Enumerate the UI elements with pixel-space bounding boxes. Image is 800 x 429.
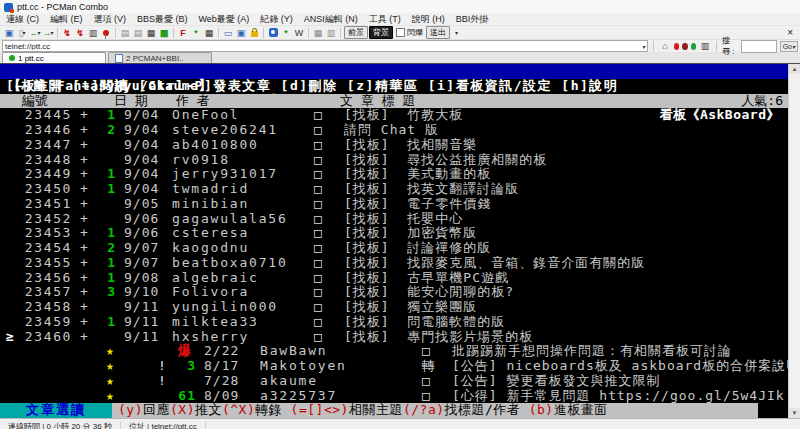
vertical-scrollbar[interactable]: ▲ ▼ — [788, 64, 800, 418]
article-checkbox[interactable]: □ — [314, 167, 322, 182]
table-icon[interactable]: ▦ — [203, 27, 215, 39]
article-checkbox[interactable]: □ — [314, 271, 322, 286]
article-checkbox[interactable]: □ — [314, 108, 322, 123]
globe-icon[interactable] — [691, 43, 696, 50]
article-checkbox[interactable]: □ — [314, 226, 322, 241]
forward-flag[interactable]: 轉 — [422, 359, 435, 374]
close-icon[interactable]: × — [783, 27, 797, 38]
menu-help[interactable]: 說明 (H) — [412, 13, 445, 26]
table-row[interactable]: 23449+19/04jerry931017□[找板] 美式動畫的板 — [0, 167, 788, 182]
table-row-cursor[interactable]: ≥23460+9/11hxsherry□[找板] 專門找影片場景的板 — [0, 330, 788, 345]
menu-connect[interactable]: 連線 (C) — [6, 13, 39, 26]
table-row[interactable]: 23447+9/04ab4010800□[找板] 找相關音樂 — [0, 138, 788, 153]
grid1-icon[interactable]: ▦ — [312, 27, 324, 39]
article-checkbox[interactable]: □ — [314, 138, 322, 153]
menu-bbi-plugin[interactable]: BBI外掛 — [456, 13, 489, 26]
monitor-icon[interactable]: ▥ — [699, 40, 711, 52]
copy-ansi-icon[interactable]: ▤ — [132, 27, 144, 39]
reconnect-icon[interactable]: ↯ — [74, 27, 86, 39]
send-button[interactable]: 送出 — [426, 26, 450, 39]
paste-icon[interactable]: ▦ — [145, 27, 157, 39]
scroll-down-icon[interactable]: ▼ — [789, 408, 800, 418]
table-row[interactable]: 23457+39/10Folivora□[找板] 能安心閒聊的板? — [0, 285, 788, 300]
home-icon[interactable]: ⌂ — [659, 40, 671, 52]
table-row[interactable]: 23445+19/04OneFool□[找板] 竹教大板 — [0, 108, 788, 123]
asterisk-glyph: * — [284, 28, 288, 38]
article-checkbox[interactable]: □ — [314, 212, 322, 227]
article-checkbox[interactable]: □ — [314, 241, 322, 256]
copy-icon[interactable]: ▤ — [119, 27, 131, 39]
combo-arrow-icon[interactable]: ▾ — [642, 43, 647, 50]
back-icon[interactable]: ←▾ — [29, 27, 41, 39]
table-row[interactable]: 23451+9/05minibian□[找板] 電子零件價錢 — [0, 197, 788, 212]
scroll-up-icon[interactable]: ▲ — [789, 64, 800, 74]
menu-web-favorites[interactable]: Web最愛 (A) — [199, 13, 250, 26]
table-row[interactable]: 23453+19/06csteresa□[找板] 加密貨幣版 — [0, 226, 788, 241]
paste-image-icon[interactable]: ▩ — [158, 27, 170, 39]
screen-icon[interactable]: ▥ — [87, 27, 99, 39]
bbs-terminal[interactable]: 【板主:FantasyRyu/akaume】 【問與板有關的問題，非ask板】 … — [0, 64, 788, 418]
menu-options[interactable]: 選項 (V) — [94, 13, 127, 26]
grid2-icon[interactable]: ▥ — [325, 27, 337, 39]
web-icon[interactable]: W — [293, 27, 305, 39]
article-checkbox[interactable]: □ — [314, 330, 322, 345]
table-row[interactable]: 23446+29/04steve206241□請問 Chat 版 — [0, 123, 788, 138]
blink-checkbox[interactable] — [396, 28, 405, 37]
pinned-row[interactable]: ★!38/17Makotoyen轉[公告] niceboards板及 askbo… — [0, 359, 788, 374]
command-hint-line: [←]離開 [→]閱讀 [Ctrl-P]發表文章 [d]刪除 [z]精華區 [i… — [0, 79, 788, 94]
tab-pcman-bbi[interactable]: 2 PCMAN+BBI.. — [108, 52, 212, 63]
foreground-button[interactable]: 前景 — [344, 26, 368, 39]
page-icon — [115, 54, 123, 63]
screen-glyph: ▥ — [89, 28, 98, 38]
pinned-row[interactable]: ★618/09a3225737□[心得] 新手常見問題 https://goo.… — [0, 389, 788, 404]
new-connection-icon[interactable]: ▯▾ — [16, 27, 28, 39]
article-checkbox[interactable]: □ — [314, 197, 322, 212]
menu-edit[interactable]: 編輯 (E) — [50, 13, 83, 26]
table-row[interactable]: 23459+19/11milktea33□[找板] 問電腦軟體的版 — [0, 315, 788, 330]
menu-ansi-edit[interactable]: ANSI編輯 (N) — [304, 13, 358, 26]
pinned-row[interactable]: ★!7/28akaume□[公告] 變更看板發文與推文限制 — [0, 374, 788, 389]
go-button[interactable]: Go▾ — [780, 41, 798, 52]
article-checkbox[interactable]: □ — [314, 123, 322, 138]
forward-icon[interactable]: →▾ — [42, 27, 54, 39]
table-row[interactable]: 23456+19/08algebraic□[找板] 古早單機PC遊戲 — [0, 271, 788, 286]
pcman-icon[interactable] — [267, 27, 279, 39]
pin-icon[interactable] — [100, 27, 112, 39]
article-checkbox[interactable]: □ — [314, 315, 322, 330]
table-row[interactable]: 23448+9/04rv0918□[找板] 尋找公益推廣相關的板 — [0, 153, 788, 168]
article-checkbox[interactable]: □ — [314, 285, 322, 300]
address-input[interactable] — [3, 42, 607, 50]
article-checkbox[interactable]: □ — [314, 182, 322, 197]
article-checkbox[interactable]: □ — [422, 389, 430, 404]
article-checkbox[interactable]: □ — [422, 344, 430, 359]
background-button[interactable]: 背景 — [369, 26, 393, 39]
menu-history[interactable]: 紀錄 (Y) — [260, 13, 293, 26]
table-row[interactable]: 23452+9/06gagawulala56□[找板] 托嬰中心 — [0, 212, 788, 227]
table-row[interactable]: 23454+29/07kaogodnu□[找板] 討論禪修的版 — [0, 241, 788, 256]
address-combo[interactable]: ▾ — [2, 40, 648, 52]
page-icon[interactable]: ▭ — [222, 27, 234, 39]
tab-ptt[interactable]: 1 ptt.cc — [2, 52, 106, 63]
table-row[interactable]: 23455+19/07beatboxa0710□[找板] 找跟麥克風、音箱、錄音… — [0, 256, 788, 271]
connect-icon[interactable]: ▣ — [3, 27, 15, 39]
search-input[interactable] — [741, 40, 777, 53]
article-checkbox[interactable]: □ — [422, 374, 430, 389]
article-checkbox[interactable]: □ — [314, 153, 322, 168]
lock-icon[interactable] — [248, 27, 260, 39]
font-icon[interactable]: F — [177, 27, 189, 39]
settings-gear-icon[interactable]: * — [190, 27, 202, 39]
menu-bbs-favorites[interactable]: BBS最愛 (B) — [137, 13, 188, 26]
pinned-row[interactable]: ★爆2/22BawBawn□批踢踢新手想問操作問題：有相關看板可討論 — [0, 344, 788, 359]
article-checkbox[interactable]: □ — [314, 300, 322, 315]
article-number: 23456 — [20, 271, 72, 286]
asterisk-icon[interactable]: * — [280, 27, 292, 39]
menu-tools[interactable]: 工具 (T) — [369, 13, 401, 26]
block-ball-icon[interactable] — [682, 43, 687, 50]
window-icon[interactable]: ▣ — [235, 27, 247, 39]
article-checkbox[interactable]: □ — [314, 256, 322, 271]
disconnect-icon[interactable]: ↯ — [61, 27, 73, 39]
table-row[interactable]: 23458+9/11yungilin000□[找板] 獨立樂團版 — [0, 300, 788, 315]
send-dropdown[interactable]: ▾ — [451, 27, 463, 39]
favorite-ball-icon[interactable] — [674, 43, 679, 50]
table-row[interactable]: 23450+19/04twmadrid□[找板] 找英文翻譯討論版 — [0, 182, 788, 197]
